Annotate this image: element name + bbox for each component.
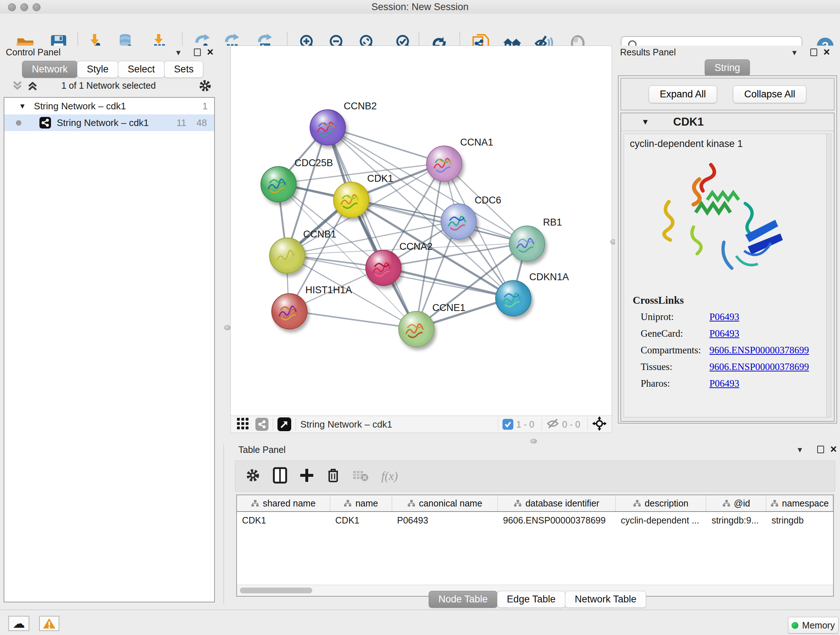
network-node-rb1[interactable] [509,226,545,262]
node-label-rb1: RB1 [543,217,562,228]
column-header-description[interactable]: description [616,495,706,511]
selected-checkbox-icon[interactable] [502,419,513,430]
memory-button[interactable]: Memory [788,617,838,633]
divider [498,418,498,431]
crosslink-link[interactable]: P06493 [709,378,739,389]
protein-details: cyclin-dependent kinase 1 [624,134,827,417]
protein-section-header[interactable]: ▼ CDK1 [621,113,834,131]
network-node-ccnb1[interactable] [269,238,305,274]
close-panel-icon[interactable]: × [207,49,213,56]
network-node-cdc25b[interactable] [261,166,297,203]
column-header-name[interactable]: name [330,495,392,511]
crosslink-row: Pharos:P06493 [641,375,826,392]
crosslink-link[interactable]: P06493 [709,328,739,339]
network-view-area: CCNB2CCNA1CDC25BCDK1CDC6RB1CCNB1CCNA2CDK… [224,46,615,445]
results-scrollbar[interactable] [826,134,831,417]
network-edge[interactable] [327,127,416,328]
column-header-shared-name[interactable]: shared name [237,495,330,511]
tab-network-table[interactable]: Network Table [565,591,646,608]
crosslink-row: Compartments:9606.ENSP00000378699 [641,342,826,358]
network-edge[interactable] [289,310,416,328]
crosslink-link[interactable]: P06493 [709,311,739,323]
delete-column-icon[interactable] [326,467,340,485]
table-cell[interactable]: 9606.ENSP00000378699 [498,515,616,526]
function-builder-icon[interactable]: f(x) [381,470,398,483]
table-toolbar: f(x) [235,461,835,492]
float-panel-icon[interactable] [817,446,824,453]
show-columns-icon[interactable] [273,467,287,485]
table-cell[interactable]: cyclin-dependent ... [616,515,706,526]
network-node-ccnb2[interactable] [309,109,346,146]
network-view-title: String Network – cdk1 [300,419,392,430]
network-node-ccna2[interactable] [365,250,401,286]
column-header-canonical-name[interactable]: canonical name [392,495,498,511]
crosslink-link[interactable]: 9606.ENSP00000378699 [709,361,809,372]
table-panel-title: Table Panel [238,445,286,455]
tab-style[interactable]: Style [77,61,118,78]
network-type-badge-icon[interactable] [256,418,268,431]
grid-view-icon[interactable] [237,417,249,431]
network-node-ccna1[interactable] [426,146,462,182]
protein-thumbnail [272,294,307,329]
bottom-splitter-handle[interactable] [531,439,537,443]
collection-name: String Network – cdk1 [34,101,126,112]
table-cell[interactable]: CDK1 [237,515,330,526]
network-row-selected[interactable]: String Network – cdk1 11 48 [4,114,214,131]
tab-select[interactable]: Select [118,61,164,78]
section-expand-icon[interactable]: ▼ [641,117,649,127]
tab-sets[interactable]: Sets [164,61,203,78]
network-node-cdc6[interactable] [441,203,477,240]
protein-thumbnail [261,167,296,202]
open-in-new-window-icon[interactable] [278,417,291,431]
network-node-cdk1[interactable] [333,182,369,218]
hidden-eye-icon[interactable] [546,418,559,431]
column-header-database-identifier[interactable]: database identifier [498,495,615,511]
tab-node-table[interactable]: Node Table [429,591,497,608]
crosslink-link[interactable]: 9606.ENSP00000378699 [709,345,809,356]
panel-menu-icon[interactable]: ▾ [798,445,802,455]
network-node-ccne1[interactable] [398,311,434,347]
table-cell[interactable]: stringdb [767,515,833,526]
column-label: namespace [782,498,829,509]
tab-edge-table[interactable]: Edge Table [497,591,565,608]
float-panel-icon[interactable] [810,49,817,56]
gear-icon[interactable] [198,79,212,94]
title-bar: Session: New Session [0,0,840,14]
network-node-cdkn1a[interactable] [495,280,531,317]
create-column-icon[interactable] [300,467,314,485]
scrollbar-thumb[interactable] [240,587,312,593]
column-header--id[interactable]: @id [706,495,766,511]
expand-all-button[interactable]: Expand All [649,86,717,103]
collapse-all-button[interactable]: Collapse All [733,86,806,103]
table-row[interactable]: CDK1CDK1P064939606.ENSP00000378699cyclin… [237,512,833,529]
tab-network[interactable]: Network [22,61,77,78]
delete-table-icon[interactable] [352,469,369,483]
crosslink-label: Uniprot: [641,311,709,323]
tab-string[interactable]: String [705,59,750,76]
table-cell[interactable]: CDK1 [330,515,392,526]
panel-menu-icon[interactable]: ▾ [792,48,797,57]
collapse-all-networks-icon[interactable] [11,80,24,93]
birdseye-view-icon[interactable] [592,416,607,432]
collection-expand-icon[interactable]: ▼ [19,102,26,111]
warning-icon[interactable] [39,616,59,631]
expand-all-networks-icon[interactable] [26,80,39,93]
protein-thumbnail [334,182,369,217]
left-splitter-handle[interactable] [224,325,231,330]
protein-thumbnail [270,238,305,273]
table-cell[interactable]: stringdb:9... [706,515,767,526]
network-list: ▼ String Network – cdk1 1 String Network… [4,97,215,602]
network-edge[interactable] [383,267,513,298]
float-panel-icon[interactable] [194,49,201,56]
network-canvas[interactable]: CCNB2CCNA1CDC25BCDK1CDC6RB1CCNB1CCNA2CDK… [231,46,612,416]
panel-menu-icon[interactable]: ▾ [176,48,180,57]
close-panel-icon[interactable]: × [830,446,837,453]
table-settings-gear-icon[interactable] [245,468,261,485]
network-node-hist1h1a[interactable] [271,293,308,329]
table-cell[interactable]: P06493 [392,515,498,526]
close-panel-icon[interactable]: × [823,49,830,56]
protein-structure-image [653,158,798,285]
network-collection-row[interactable]: ▼ String Network – cdk1 1 [4,98,214,114]
cloud-icon[interactable]: ☁ [8,616,29,631]
column-header-namespace[interactable]: namespace [766,495,833,511]
